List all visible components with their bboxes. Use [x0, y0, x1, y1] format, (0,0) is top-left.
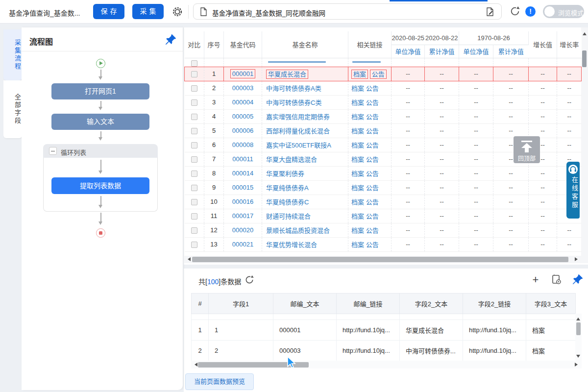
vertical-scroll-thumb[interactable]: [582, 50, 587, 67]
flow-node-input-text[interactable]: 输入文本: [51, 114, 149, 130]
fund-code-link[interactable]: 000020: [232, 226, 253, 234]
scroll-right-arrow[interactable]: [575, 257, 580, 261]
refresh-icon[interactable]: [510, 6, 520, 17]
online-service-tab[interactable]: 在线客服: [566, 162, 580, 219]
fund-code-link[interactable]: 000003: [232, 84, 253, 92]
loop-group-header[interactable]: 循环列表: [43, 144, 158, 158]
archive-link[interactable]: 档案: [351, 142, 364, 149]
compare-checkbox[interactable]: [191, 128, 197, 134]
preview-vertical-scrollbar[interactable]: [575, 314, 582, 362]
back-to-top-button[interactable]: 回顶部: [514, 136, 540, 163]
sidebar-tab-collect-flow[interactable]: 采集流程: [3, 29, 22, 80]
compare-checkbox[interactable]: [191, 114, 197, 120]
collect-button[interactable]: 采集: [132, 4, 164, 19]
vertical-scrollbar[interactable]: [581, 27, 588, 263]
scroll-left-arrow[interactable]: [193, 363, 197, 367]
fund-code-link[interactable]: 000006: [232, 127, 253, 134]
fund-code-link[interactable]: 000021: [232, 241, 253, 248]
archive-link[interactable]: 档案: [351, 184, 364, 192]
notice-link[interactable]: 公告: [366, 213, 379, 220]
fund-code-link[interactable]: 000004: [232, 98, 253, 106]
archive-link[interactable]: 档案: [351, 127, 364, 135]
compare-checkbox[interactable]: [191, 199, 197, 205]
fund-name-link[interactable]: 中海可转债债券C类: [266, 99, 321, 106]
notice-link[interactable]: 公告: [366, 241, 379, 248]
compare-checkbox[interactable]: [191, 99, 197, 106]
fund-name-link[interactable]: 华夏大盘精选混合: [266, 156, 317, 163]
notice-link[interactable]: 公告: [366, 113, 379, 121]
notice-link[interactable]: 公告: [366, 156, 379, 163]
scroll-right-arrow[interactable]: [575, 363, 580, 367]
compare-checkbox[interactable]: [191, 156, 197, 163]
notice-link[interactable]: 公告: [366, 198, 379, 206]
flow-node-extract-data[interactable]: 提取列表数据: [51, 177, 149, 194]
archive-link[interactable]: 档案: [351, 213, 364, 220]
notice-link[interactable]: 公告: [366, 227, 379, 234]
archive-link[interactable]: 档案: [351, 85, 364, 92]
notice-link[interactable]: 公告: [366, 142, 379, 149]
compare-checkbox[interactable]: [191, 85, 197, 92]
fund-code-link[interactable]: 000014: [232, 170, 253, 177]
compare-checkbox[interactable]: [191, 71, 197, 77]
archive-link[interactable]: 档案: [351, 198, 364, 206]
field-settings-icon[interactable]: [551, 274, 562, 285]
fund-code-link[interactable]: 000011: [232, 155, 253, 163]
flow-end-icon[interactable]: [96, 228, 105, 238]
fund-name-link[interactable]: 西部利得量化成长混合: [266, 127, 330, 135]
preview-vertical-thumb[interactable]: [576, 322, 581, 335]
scroll-left-arrow[interactable]: [186, 257, 191, 261]
compare-checkbox[interactable]: [191, 60, 197, 67]
sidebar-tab-all-fields[interactable]: 全部字段: [3, 80, 22, 138]
archive-link[interactable]: 档案: [351, 70, 368, 79]
fund-name-link[interactable]: 华夏聚利债券: [266, 170, 304, 177]
archive-link[interactable]: 档案: [351, 156, 364, 163]
compare-checkbox[interactable]: [191, 171, 197, 177]
archive-link[interactable]: 档案: [351, 170, 364, 177]
fund-code-link[interactable]: 000001: [230, 69, 255, 78]
scroll-down-arrow[interactable]: [576, 355, 580, 360]
archive-link[interactable]: 档案: [351, 99, 364, 106]
col-header-code[interactable]: 基金代码: [224, 31, 262, 58]
pin-icon[interactable]: [165, 34, 176, 46]
compare-checkbox[interactable]: [191, 227, 197, 234]
fund-name-link[interactable]: 嘉实中证500ETF联接A: [266, 142, 331, 149]
fund-name-link[interactable]: 嘉实增强信用定期债券: [266, 113, 330, 121]
compare-checkbox[interactable]: [191, 213, 197, 220]
fund-name-link[interactable]: 华夏成长混合: [266, 70, 308, 79]
fund-code-link[interactable]: 000017: [232, 212, 253, 220]
compare-checkbox[interactable]: [191, 142, 197, 148]
gear-icon[interactable]: [172, 6, 183, 18]
refresh-data-icon[interactable]: [245, 275, 254, 285]
notice-link[interactable]: 公告: [370, 70, 387, 79]
current-page-preview-button[interactable]: 当前页面数据预览: [185, 373, 254, 390]
horizontal-scroll-thumb[interactable]: [192, 257, 568, 262]
notice-link[interactable]: 公告: [366, 85, 379, 92]
scroll-up-arrow[interactable]: [576, 316, 580, 320]
fund-name-link[interactable]: 华夏纯债债券A: [266, 184, 309, 192]
fund-name-link[interactable]: 华夏纯债债券C: [266, 198, 309, 206]
url-bar[interactable]: 基金净值查询_基金数据_同花顺金融网: [193, 3, 502, 20]
horizontal-scrollbar[interactable]: [184, 256, 581, 263]
edit-document-icon[interactable]: [486, 7, 495, 19]
notice-link[interactable]: 公告: [366, 184, 379, 192]
preview-horizontal-scrollbar[interactable]: [191, 361, 582, 368]
notice-link[interactable]: 公告: [366, 170, 379, 177]
save-button[interactable]: 保存: [93, 4, 124, 19]
flow-node-open-page[interactable]: 打开网页1: [51, 83, 149, 99]
archive-link[interactable]: 档案: [351, 113, 364, 121]
fund-name-link[interactable]: 中海可转债债券A类: [266, 85, 321, 92]
fund-name-link[interactable]: 华夏优势增长混合: [266, 241, 317, 248]
fund-code-link[interactable]: 000008: [232, 141, 253, 148]
pin-panel-icon[interactable]: [572, 274, 583, 285]
collapse-minus-icon[interactable]: [49, 147, 57, 155]
fund-code-link[interactable]: 000005: [232, 113, 253, 120]
archive-link[interactable]: 档案: [351, 227, 364, 234]
notice-link[interactable]: 公告: [366, 99, 379, 106]
flow-start-icon[interactable]: [96, 59, 105, 68]
scroll-up-arrow[interactable]: [583, 30, 587, 35]
browse-mode-toggle[interactable]: 浏览模式: [543, 5, 584, 18]
add-field-icon[interactable]: +: [530, 274, 541, 286]
fund-name-link[interactable]: 景顺长城品质投资混合: [266, 227, 330, 234]
fund-code-link[interactable]: 000015: [232, 184, 253, 191]
compare-checkbox[interactable]: [191, 242, 197, 248]
